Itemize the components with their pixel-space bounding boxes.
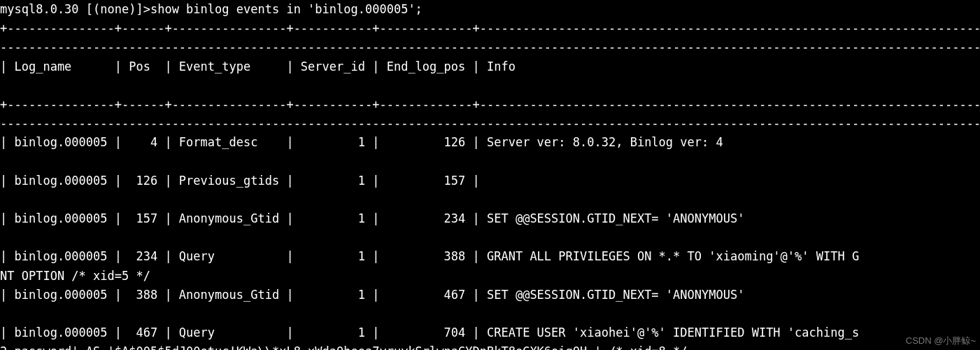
table-row: NT OPTION /* xid=5 */: [0, 269, 980, 283]
header-row: |: [0, 78, 980, 92]
divider: +---------------+------+----------------…: [0, 97, 980, 111]
table-row: | binlog.000005 | 467 | Query | 1 | 704 …: [0, 326, 859, 340]
table-row: | binlog.000005 | 157 | Anonymous_Gtid |…: [0, 211, 980, 225]
divider: ----------------------------------------…: [0, 40, 980, 54]
table-row: | binlog.000005 | 4 | Format_desc | 1 | …: [0, 135, 980, 149]
divider: +---------------+------+----------------…: [0, 21, 980, 35]
watermark: CSDN @小胖鲸~: [906, 334, 976, 349]
table-row: |: [0, 155, 980, 169]
table-row: 2_password' AS '$A$005$5dJ00etuc!KWa\\*x…: [0, 344, 980, 350]
table-row: | binlog.000005 | 126 | Previous_gtids |…: [0, 174, 980, 188]
table-row: |: [0, 307, 980, 321]
divider: ----------------------------------------…: [0, 116, 980, 130]
header-row: | Log_name | Pos | Event_type | Server_i…: [0, 59, 980, 74]
terminal-output: mysql8.0.30 [(none)]>show binlog events …: [0, 0, 980, 350]
table-row: | binlog.000005 | 388 | Anonymous_Gtid |…: [0, 288, 980, 302]
table-row: |: [0, 230, 980, 244]
prompt-line[interactable]: mysql8.0.30 [(none)]>show binlog events …: [0, 2, 422, 16]
table-row: |: [0, 192, 980, 206]
table-row: | binlog.000005 | 234 | Query | 1 | 388 …: [0, 249, 859, 263]
